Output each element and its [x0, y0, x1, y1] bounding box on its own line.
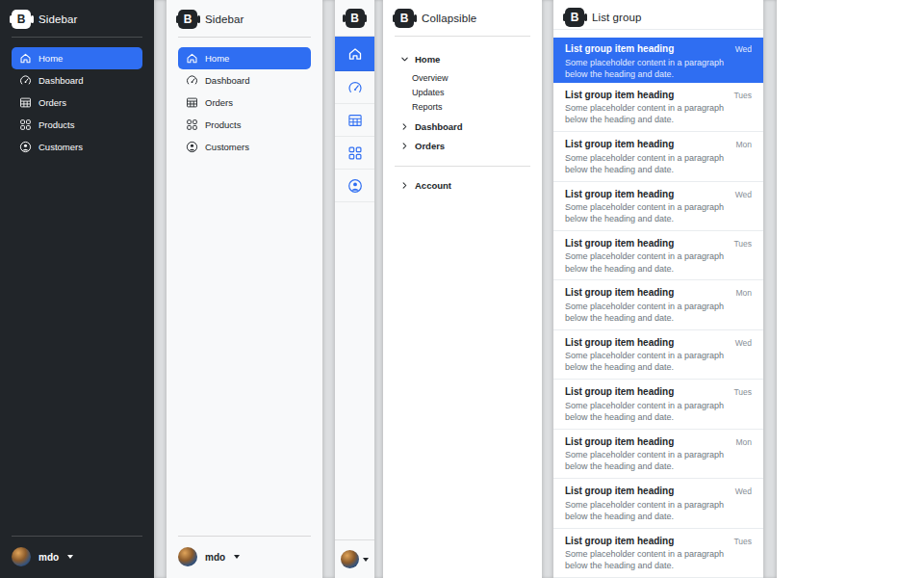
username: mdo: [205, 552, 225, 563]
nav-item-label: Home: [205, 53, 229, 64]
list-item-body: Some placeholder content in a paragraph …: [565, 57, 738, 80]
tree-sub-home: Overview Updates Reports: [395, 68, 530, 117]
list-group-item[interactable]: List group item heading Tues Some placeh…: [553, 380, 763, 429]
tree-subitem-overview[interactable]: Overview: [412, 70, 530, 85]
nav-item-label: Orders: [38, 97, 66, 108]
list-group-item[interactable]: List group item heading Wed Some placeho…: [553, 479, 763, 528]
divider: [178, 536, 311, 537]
username: mdo: [38, 552, 59, 563]
sidebar-dark: B Sidebar Home Dashboard Orders: [0, 0, 154, 578]
sidebar-collapsible: B Collapsible Home Overview Updates Repo…: [383, 0, 542, 578]
list-item-heading: List group item heading: [565, 287, 674, 298]
brand-light-sidebar[interactable]: B Sidebar: [178, 10, 311, 29]
brand-title: List group: [592, 12, 642, 23]
example-divider: [763, 0, 777, 578]
dark-sidebar-nav: Home Dashboard Orders Products Customers: [12, 47, 142, 158]
tree-group-label: Account: [415, 180, 451, 191]
light-sidebar-nav: Home Dashboard Orders Products Customers: [178, 47, 311, 158]
list-group-item[interactable]: List group item heading Wed Some placeho…: [553, 330, 763, 380]
rail-nav-item[interactable]: [335, 71, 374, 104]
brand-list-group[interactable]: B List group: [565, 8, 752, 27]
list-item-heading: List group item heading: [565, 238, 674, 249]
list-item-heading: List group item heading: [565, 337, 674, 348]
list-group-item[interactable]: List group item heading Tues Some placeh…: [553, 529, 763, 578]
speedometer-icon: [19, 74, 32, 87]
bootstrap-logo-icon: B: [565, 8, 584, 27]
nav-item-label: Customers: [205, 142, 249, 152]
tree-group-home[interactable]: Home: [395, 49, 530, 68]
nav-item-label: Dashboard: [38, 75, 83, 86]
chevron-right-icon: [400, 122, 409, 131]
list-item-body: Some placeholder content in a paragraph …: [565, 499, 738, 522]
divider: [395, 166, 530, 167]
tree-group-dashboard[interactable]: Dashboard: [395, 117, 530, 136]
tree-group-account[interactable]: Account: [395, 175, 530, 195]
list-item-date: Mon: [735, 437, 752, 447]
list-item-date: Mon: [735, 140, 752, 149]
list-item-heading: List group item heading: [565, 536, 674, 546]
list-group-item[interactable]: List group item heading Mon Some placeho…: [553, 280, 763, 329]
nav-item-label: Home: [38, 53, 63, 64]
nav-item[interactable]: Home: [12, 47, 142, 69]
example-divider: [374, 0, 383, 578]
example-divider: [154, 0, 167, 578]
example-divider: [542, 0, 553, 578]
nav-item[interactable]: Dashboard: [12, 69, 142, 92]
list-item-date: Tues: [733, 387, 752, 397]
brand-icon-rail[interactable]: B: [335, 0, 374, 37]
rail-nav-item[interactable]: [335, 104, 374, 137]
tree-subitem-updates[interactable]: Updates: [412, 85, 530, 99]
list-item-body: Some placeholder content in a paragraph …: [565, 201, 738, 224]
table-icon: [347, 113, 363, 128]
person-circle-icon: [186, 141, 198, 153]
user-menu-dark[interactable]: mdo: [12, 544, 142, 570]
brand-collapsible[interactable]: B Collapsible: [395, 9, 530, 28]
list-item-date: Tues: [733, 91, 752, 100]
nav-item[interactable]: Products: [178, 114, 311, 136]
brand-dark-sidebar[interactable]: B Sidebar: [12, 10, 142, 29]
list-item-body: Some placeholder content in a paragraph …: [565, 102, 738, 125]
house-icon: [347, 46, 363, 62]
list-item-heading: List group item heading: [565, 486, 674, 496]
nav-item[interactable]: Orders: [178, 92, 311, 114]
nav-item[interactable]: Customers: [12, 136, 142, 158]
avatar: [178, 547, 197, 566]
divider: [395, 36, 530, 37]
rail-nav-item[interactable]: [335, 170, 374, 202]
list-item-body: Some placeholder content in a paragraph …: [565, 400, 738, 423]
list-group-item[interactable]: List group item heading Wed Some placeho…: [553, 182, 763, 231]
list-group-header: B List group: [553, 0, 763, 30]
rail-nav-item[interactable]: [335, 37, 374, 71]
list-group-item[interactable]: List group item heading Tues Some placeh…: [553, 83, 763, 132]
user-menu-light[interactable]: mdo: [178, 544, 311, 570]
bootstrap-logo-icon: B: [178, 10, 197, 29]
tree-group-label: Orders: [415, 141, 445, 151]
nav-item-label: Orders: [205, 97, 233, 108]
list-group-item[interactable]: List group item heading Wed Some placeho…: [553, 38, 763, 83]
tree-group-label: Dashboard: [415, 121, 463, 132]
list-group: List group item heading Wed Some placeho…: [553, 38, 763, 578]
chevron-right-icon: [400, 181, 409, 190]
nav-item[interactable]: Orders: [12, 92, 142, 114]
list-group-item[interactable]: List group item heading Mon Some placeho…: [553, 132, 763, 181]
list-item-heading: List group item heading: [565, 189, 674, 199]
nav-item[interactable]: Customers: [178, 136, 311, 158]
user-menu-rail[interactable]: [335, 539, 374, 578]
nav-item[interactable]: Products: [12, 114, 142, 136]
nav-item-label: Products: [205, 119, 242, 130]
list-item-heading: List group item heading: [565, 43, 674, 54]
tree-group-orders[interactable]: Orders: [395, 136, 530, 155]
person-circle-icon: [19, 141, 32, 153]
tree-subitem-reports[interactable]: Reports: [412, 99, 530, 114]
list-group-item[interactable]: List group item heading Mon Some placeho…: [553, 430, 763, 479]
nav-item-label: Products: [38, 119, 75, 130]
table-icon: [186, 96, 198, 109]
nav-item[interactable]: Dashboard: [178, 69, 311, 92]
nav-item[interactable]: Home: [178, 47, 311, 69]
list-group-item[interactable]: List group item heading Tues Some placeh…: [553, 231, 763, 280]
house-icon: [186, 52, 198, 65]
caret-down-icon: [67, 555, 73, 559]
rail-nav-item[interactable]: [335, 137, 374, 170]
nav-item-label: Customers: [38, 142, 83, 152]
sidebar-icons-only: B: [335, 0, 374, 578]
